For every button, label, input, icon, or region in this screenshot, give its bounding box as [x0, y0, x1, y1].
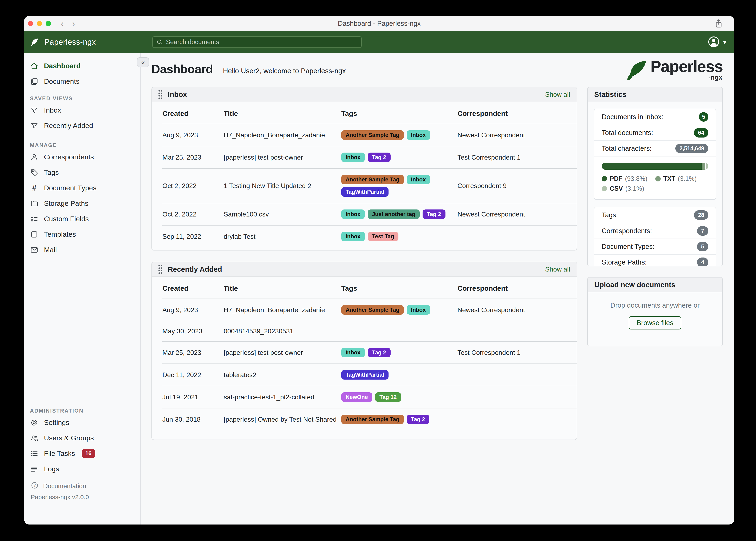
tag-pill[interactable]: Inbox	[341, 348, 365, 357]
sidebar-item-storage-paths[interactable]: Storage Paths	[24, 196, 140, 211]
table-row[interactable]: Oct 2, 2022 1 Testing New Title Updated …	[162, 169, 577, 203]
sidebar-item-dashboard[interactable]: Dashboard	[24, 58, 140, 74]
status-badge: 5	[699, 112, 708, 122]
filter-icon	[30, 122, 39, 130]
tag-pill[interactable]: Inbox	[341, 232, 365, 241]
sidebar-item-file-tasks[interactable]: File Tasks 16	[24, 446, 140, 461]
filter-icon	[30, 106, 39, 115]
drag-handle-icon[interactable]	[158, 90, 162, 99]
legend-item: PDF (93.8%)	[602, 175, 647, 183]
table-row[interactable]: May 30, 2023 0004814539_20230531	[162, 321, 577, 341]
sidebar-item-document-types[interactable]: # Document Types	[24, 180, 140, 196]
window-title: Dashboard - Paperless-ngx	[24, 20, 734, 27]
sidebar: Dashboard Documents SAVED VIEWS Inbox Re	[24, 53, 141, 524]
status-badge: 2,514,649	[675, 144, 708, 153]
table-row[interactable]: Sep 11, 2022 drylab Test InboxTest Tag	[162, 225, 577, 248]
page-title: Dashboard	[151, 62, 213, 76]
tag-pill[interactable]: Tag 2	[407, 415, 430, 424]
file-tasks-badge: 16	[82, 449, 95, 458]
tag-pill[interactable]: Tag 2	[423, 210, 445, 219]
tag-pill[interactable]: Inbox	[407, 130, 430, 140]
sidebar-item-users-groups[interactable]: Users & Groups	[24, 430, 140, 446]
hash-icon: #	[30, 184, 39, 192]
app-window: ‹ › Dashboard - Paperless-ngx Paperless-…	[24, 16, 734, 524]
tag-pill[interactable]: Tag 2	[368, 348, 391, 357]
stat-row: Storage Paths: 4	[594, 254, 716, 267]
tag-pill[interactable]: Inbox	[341, 153, 365, 162]
tag-pill[interactable]: Another Sample Tag	[341, 130, 404, 140]
search-bar[interactable]	[152, 36, 362, 48]
lines-icon	[30, 465, 39, 473]
tag-pill[interactable]: Test Tag	[368, 232, 398, 241]
stat-row: Correspondents: 7	[594, 223, 716, 239]
tag-pill[interactable]: NewOne	[341, 392, 372, 402]
widget-title: Recently Added	[168, 265, 222, 273]
drag-handle-icon[interactable]	[158, 265, 162, 274]
tag-pill[interactable]: TagWithPartial	[341, 370, 389, 379]
stat-row: Tags: 28	[594, 207, 716, 223]
distribution-legend: PDF (93.8%) TXT (3.1%)	[602, 175, 708, 192]
sidebar-item-tags[interactable]: Tags	[24, 165, 140, 180]
search-input[interactable]	[166, 38, 358, 46]
tag-pill[interactable]: Another Sample Tag	[341, 175, 404, 184]
sidebar-section-manage: MANAGE	[24, 141, 140, 149]
legend-dot-icon	[602, 176, 607, 182]
table-row[interactable]: Jul 19, 2021 sat-practice-test-1_pt2-col…	[162, 386, 577, 408]
tag-pill[interactable]: Another Sample Tag	[341, 305, 404, 314]
table-row[interactable]: Aug 9, 2023 H7_Napoleon_Bonaparte_zadani…	[162, 299, 577, 321]
table-row[interactable]: Jun 30, 2018 [paperless] Owned by Test N…	[162, 408, 577, 430]
file-type-distribution: PDF (93.8%) TXT (3.1%)	[594, 156, 716, 199]
brand[interactable]: Paperless-ngx	[30, 37, 96, 47]
legend-item: TXT (3.1%)	[655, 175, 697, 183]
sidebar-item-custom-fields[interactable]: Custom Fields	[24, 211, 140, 227]
stat-row: Documents in inbox: 5	[594, 109, 716, 125]
upload-hint: Drop documents anywhere or	[610, 301, 700, 309]
share-icon[interactable]	[714, 19, 723, 30]
status-badge: 28	[694, 210, 708, 220]
tag-pill[interactable]: Tag 2	[368, 153, 391, 162]
sidebar-item-recently-added[interactable]: Recently Added	[24, 118, 140, 133]
table-row[interactable]: Dec 11, 2022 tablerates2 TagWithPartial	[162, 364, 577, 386]
show-all-link[interactable]: Show all	[545, 266, 570, 273]
sidebar-collapse-button[interactable]: «	[137, 57, 149, 67]
sidebar-item-mail[interactable]: Mail	[24, 242, 140, 258]
svg-text:?: ?	[34, 483, 36, 487]
sidebar-item-documents[interactable]: Documents	[24, 74, 140, 89]
tag-list: Another Sample TagInboxTagWithPartial	[341, 175, 455, 197]
inbox-table: Created Title Tags Correspondent Aug 9, …	[162, 102, 577, 248]
tag-list: InboxJust another tagTag 2	[341, 210, 455, 219]
tag-pill[interactable]: Inbox	[407, 305, 430, 314]
show-all-link[interactable]: Show all	[545, 91, 570, 98]
tag-pill[interactable]: Inbox	[341, 210, 365, 219]
sidebar-item-templates[interactable]: Templates	[24, 227, 140, 242]
stat-row: Total documents: 64	[594, 125, 716, 140]
sidebar-item-logs[interactable]: Logs	[24, 461, 140, 477]
tag-list: Another Sample TagTag 2	[341, 415, 455, 424]
tag-list: TagWithPartial	[341, 370, 455, 379]
widget-title: Inbox	[168, 90, 187, 99]
gear-icon	[30, 418, 39, 427]
sidebar-section-saved-views: SAVED VIEWS	[24, 94, 140, 103]
table-row[interactable]: Aug 9, 2023 H7_Napoleon_Bonaparte_zadani…	[162, 124, 577, 146]
documentation-link[interactable]: ? Documentation	[24, 480, 140, 492]
tag-list: Another Sample TagInbox	[341, 305, 455, 314]
tag-pill[interactable]: TagWithPartial	[341, 187, 389, 197]
status-badge: 7	[697, 226, 708, 236]
stat-row: Document Types: 5	[594, 239, 716, 254]
tag-pill[interactable]: Just another tag	[368, 210, 420, 219]
tag-list: InboxTest Tag	[341, 232, 455, 241]
tag-pill[interactable]: Another Sample Tag	[341, 415, 404, 424]
browse-files-button[interactable]: Browse files	[629, 316, 682, 329]
sidebar-item-correspondents[interactable]: Correspondents	[24, 149, 140, 165]
distribution-bar	[602, 163, 708, 170]
table-row[interactable]: Mar 25, 2023 [paperless] test post-owner…	[162, 146, 577, 169]
tag-pill[interactable]: Tag 12	[375, 392, 401, 402]
table-row[interactable]: Mar 25, 2023 [paperless] test post-owner…	[162, 341, 577, 364]
user-menu[interactable]: ▾	[708, 36, 726, 48]
tag-pill[interactable]: Inbox	[407, 175, 430, 184]
sidebar-item-inbox[interactable]: Inbox	[24, 103, 140, 118]
sidebar-item-settings[interactable]: Settings	[24, 415, 140, 430]
greeting-text: Hello User2, welcome to Paperless-ngx	[223, 67, 346, 75]
table-row[interactable]: Oct 2, 2022 Sample100.csv InboxJust anot…	[162, 203, 577, 225]
tag-list: InboxTag 2	[341, 348, 455, 357]
